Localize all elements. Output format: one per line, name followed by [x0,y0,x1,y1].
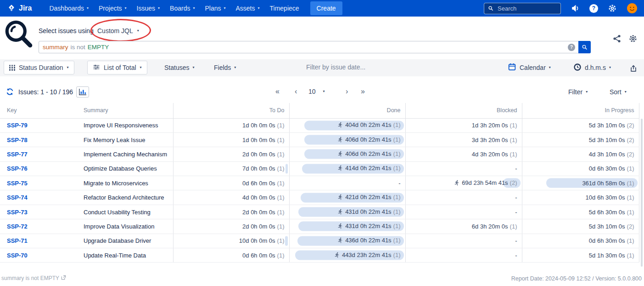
duration-count: (1) [393,223,401,229]
duration-text: 4d 3h 20m 0s [472,151,508,158]
table-row: SSP-76Optimize Database Queries7d 0h 0m … [0,161,639,176]
duration-count: (2) [627,223,634,230]
duration-count: (2) [627,122,634,129]
duration-value: 436d 0h 22m 41s(1) [337,237,400,244]
duration-count: (1) [510,137,517,143]
filter-label: Filter [568,88,582,96]
list-type-select[interactable]: List of Total ▾ [87,61,147,74]
nav-item-assets[interactable]: Assets▾ [231,2,264,15]
refresh-button[interactable] [6,87,14,96]
nav-item-timepiece[interactable]: Timepiece [265,2,304,15]
todo-duration-cell: 4d 0h 0m 0s(1) [173,190,289,205]
inprogress-duration-cell: 5d 6h 30m 0s(1) [522,205,639,219]
user-avatar[interactable] [627,3,638,14]
report-type-value: Status Duration [19,64,63,71]
duration-text: 5d 1h 30m 0s [589,252,625,259]
issue-key-link[interactable]: SSP-78 [7,137,28,143]
todo-duration-cell: 1d 0h 0m 0s(1) [173,118,289,132]
duration-count: (1) [393,150,401,157]
chart-view-button[interactable] [76,86,89,97]
filter-dropdown[interactable]: Filter ▾ [568,88,588,96]
duration-count: (1) [627,237,634,244]
chevron-down-icon: ▾ [549,66,551,69]
grid-icon [9,65,15,71]
help-icon[interactable]: ? [589,4,598,13]
issues-count-label: Issues: 1 - 10 / 196 [18,88,73,96]
jql-help-icon[interactable]: ? [568,44,575,51]
calendar-dropdown[interactable]: Calendar ▾ [508,61,551,74]
empty-duration: - [515,237,517,244]
issue-key-link[interactable]: SSP-77 [7,151,28,158]
app-magnifier-logo [3,18,36,53]
jira-logo[interactable]: Jira [7,4,32,12]
nav-item-boards[interactable]: Boards▾ [165,2,199,15]
table-row: SSP-79Improve UI Responsiveness1d 0h 0m … [0,118,639,132]
duration-value: 2d 0h 0m 0s(1) [242,151,284,158]
sort-dropdown[interactable]: Sort ▾ [610,88,627,96]
duration-count: (1) [510,151,517,158]
table-row: SSP-77Implement Caching Mechanism2d 0h 0… [0,147,639,161]
key-cell: SSP-77 [0,147,83,161]
footer-jql-link[interactable]: summary is not EMPTY [1,275,66,281]
key-cell: SSP-78 [0,132,83,147]
nav-item-label: Boards [170,5,190,12]
issue-key-link[interactable]: SSP-79 [7,122,28,129]
brand-name: Jira [19,4,32,12]
next-page-button[interactable]: › [346,88,348,95]
sort-label: Sort [610,88,622,96]
duration-count: (1) [277,194,285,201]
duration-count: (1) [510,122,517,129]
report-type-select[interactable]: Status Duration ▾ [4,61,74,74]
nav-item-plans[interactable]: Plans▾ [200,2,230,15]
issue-key-link[interactable]: SSP-71 [7,237,28,244]
duration-bar [285,236,288,246]
issue-source-select[interactable]: Custom JQL ▾ [97,24,139,37]
announcements-icon[interactable] [571,4,580,13]
report-settings-gear-icon[interactable] [628,34,638,43]
issue-key-link[interactable]: SSP-72 [7,223,28,230]
duration-text: 10d 0h 0m 0s [239,237,275,244]
blocked-duration-cell: - [405,161,522,176]
table-scrollbar[interactable] [641,119,643,267]
todo-duration-cell: 10d 0h 0m 0s(1) [173,234,289,248]
todo-duration-cell: 0d 6h 0m 0s(1) [173,248,289,263]
page-size-select[interactable]: 10 ▾ [308,88,325,95]
column-header-key: Key [0,103,83,118]
nav-item-issues[interactable]: Issues▾ [132,2,164,15]
table-header-row: KeySummaryTo DoDoneBlockedIn Progress [0,103,639,118]
issue-key-link[interactable]: SSP-76 [7,165,28,172]
column-header-summary: Summary [83,103,173,118]
duration-text: 406d 0h 22m 41s [345,136,391,143]
search-input[interactable] [497,5,557,12]
export-icon[interactable] [629,62,638,75]
issue-key-link[interactable]: SSP-74 [7,194,28,201]
prev-page-button[interactable]: ‹ [295,88,297,95]
duration-value: 0d 6h 0m 0s(1) [242,252,284,259]
issue-key-link[interactable]: SSP-75 [7,180,28,187]
jql-search-button[interactable] [578,41,591,53]
duration-value: 10d 0h 0m 0s(1) [239,237,285,244]
fields-dropdown[interactable]: Fields ▾ [214,61,236,74]
statuses-dropdown[interactable]: Statuses ▾ [164,61,195,74]
issue-key-link[interactable]: SSP-73 [7,209,28,216]
time-format-value: d.h.m.s [585,64,606,71]
issue-date-filter-input[interactable]: Filter by issue date... [306,63,365,71]
empty-duration: - [515,165,517,172]
chevron-down-icon: ▾ [323,90,325,93]
duration-value: 421d 0h 22m 41s(1) [337,194,400,200]
jql-input[interactable]: summary is not EMPTY ? [39,41,591,53]
nav-item-dashboards[interactable]: Dashboards▾ [45,2,93,15]
share-icon[interactable] [612,34,622,43]
first-page-button[interactable]: « [275,88,280,95]
nav-search[interactable] [484,3,561,14]
statuses-label: Statuses [164,64,189,71]
chevron-down-icon: ▾ [87,6,89,10]
create-button[interactable]: Create [310,1,342,15]
blocked-duration-cell: 69d 23h 54m 41s(2) [405,176,522,190]
issue-key-link[interactable]: SSP-70 [7,252,28,259]
last-page-button[interactable]: » [361,88,365,95]
time-format-dropdown[interactable]: d.h.m.s ▾ [573,61,611,74]
settings-gear-icon[interactable] [608,4,617,13]
duration-count: (1) [627,165,634,172]
nav-item-projects[interactable]: Projects▾ [94,2,131,15]
